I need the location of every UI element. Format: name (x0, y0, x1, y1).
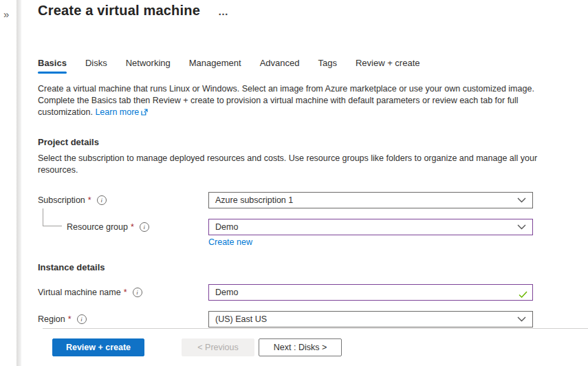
tab-tags[interactable]: Tags (318, 58, 336, 74)
review-create-button[interactable]: Review + create (52, 338, 144, 356)
create-new-link[interactable]: Create new (208, 237, 252, 247)
tab-advanced[interactable]: Advanced (260, 58, 300, 74)
chevron-down-icon (517, 195, 526, 205)
blade-header: Create a virtual machine … (38, 3, 229, 19)
vm-name-input[interactable] (208, 284, 533, 301)
expand-sidebar-icon[interactable]: » (3, 8, 9, 20)
required-asterisk: * (124, 288, 127, 297)
info-icon[interactable]: i (97, 195, 107, 205)
tree-connector-line (43, 208, 62, 226)
page-title: Create a virtual machine (38, 3, 200, 19)
valid-checkmark-icon (519, 289, 527, 301)
learn-more-label: Learn more (95, 107, 139, 117)
external-link-icon (141, 107, 148, 119)
create-vm-blade: » Create a virtual machine … Basics Disk… (0, 0, 588, 366)
chevron-down-icon (517, 314, 526, 324)
vm-name-input-wrap (208, 284, 533, 301)
subscription-label-group: Subscription * i (38, 195, 208, 205)
learn-more-link[interactable]: Learn more (95, 107, 148, 117)
tab-management[interactable]: Management (189, 58, 241, 74)
subscription-row: Subscription * i Azure subscription 1 (38, 192, 533, 208)
resource-group-label: Resource group (67, 222, 128, 232)
panel-shadow-divider (17, 0, 21, 366)
region-value: (US) East US (215, 314, 267, 324)
resource-group-row: Resource group * i Demo (38, 219, 533, 235)
wizard-tabs: Basics Disks Networking Management Advan… (38, 58, 420, 74)
region-label: Region (38, 314, 65, 324)
project-details-heading: Project details (38, 137, 99, 147)
resource-group-value: Demo (215, 222, 238, 232)
info-icon[interactable]: i (77, 314, 87, 324)
previous-button[interactable]: < Previous (182, 338, 254, 356)
info-icon[interactable]: i (133, 288, 142, 297)
required-asterisk: * (131, 222, 134, 232)
vm-name-row: Virtual machine name * i (38, 284, 533, 301)
region-label-group: Region * i (38, 314, 208, 324)
subscription-label: Subscription (38, 195, 85, 205)
tab-basics[interactable]: Basics (38, 58, 67, 74)
region-dropdown[interactable]: (US) East US (208, 311, 533, 327)
vm-name-label-group: Virtual machine name * i (38, 288, 208, 297)
chevron-down-icon (517, 222, 526, 232)
resource-group-label-group: Resource group * i (38, 222, 208, 232)
subscription-value: Azure subscription 1 (215, 195, 293, 205)
collapsed-sidebar: » (0, 0, 17, 366)
project-details-description: Select the subscription to manage deploy… (38, 153, 538, 176)
tab-review-create[interactable]: Review + create (356, 58, 420, 74)
required-asterisk: * (68, 314, 72, 324)
next-disks-button[interactable]: Next : Disks > (259, 338, 342, 356)
tab-disks[interactable]: Disks (85, 58, 107, 74)
required-asterisk: * (88, 195, 91, 205)
vm-name-label: Virtual machine name (38, 288, 121, 297)
wizard-footer: Review + create < Previous Next : Disks … (43, 328, 588, 366)
tab-networking[interactable]: Networking (126, 58, 171, 74)
more-options-icon[interactable]: … (218, 8, 229, 15)
intro-text: Create a virtual machine that runs Linux… (38, 83, 538, 119)
resource-group-dropdown[interactable]: Demo (208, 219, 533, 235)
region-row: Region * i (US) East US (38, 311, 533, 327)
subscription-dropdown[interactable]: Azure subscription 1 (208, 192, 533, 208)
instance-details-heading: Instance details (38, 262, 105, 272)
blade-content: Create a virtual machine … Basics Disks … (21, 0, 588, 366)
info-icon[interactable]: i (140, 222, 149, 232)
